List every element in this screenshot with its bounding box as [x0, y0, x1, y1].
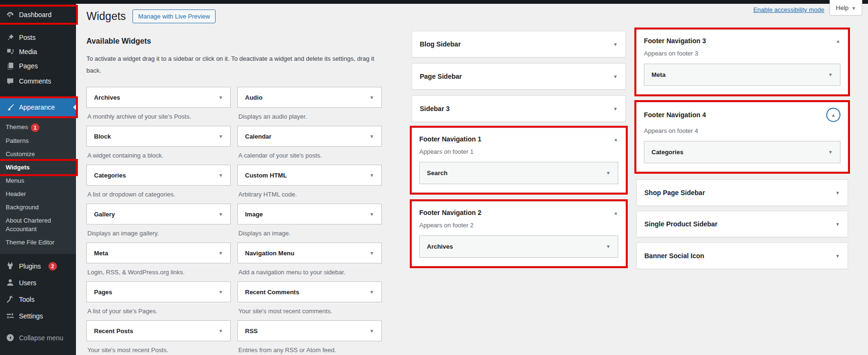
sidebar-item-media[interactable]: Media [0, 45, 76, 59]
widget-card-calendar[interactable]: Calendar▼ [237, 126, 382, 147]
comment-icon [6, 77, 14, 85]
widget-card-audio[interactable]: Audio▼ [237, 87, 382, 108]
submenu-item-menus[interactable]: Menus [0, 174, 76, 187]
chevron-up-icon[interactable]: ▲ [613, 210, 618, 215]
placed-widget-search[interactable]: Search ▼ [419, 162, 618, 184]
widget-description: Arbitrary HTML code. [238, 190, 382, 198]
chevron-down-icon[interactable]: ▼ [218, 328, 223, 334]
chevron-down-icon[interactable]: ▼ [218, 173, 223, 178]
widget-card-meta[interactable]: Meta▼ [86, 243, 231, 263]
submenu-item-patterns[interactable]: Patterns [0, 134, 76, 148]
chevron-down-icon[interactable]: ▼ [218, 251, 223, 256]
widget-description: Login, RSS, & WordPress.org links. [87, 268, 231, 276]
placed-widget-archives[interactable]: Archives ▼ [419, 235, 618, 258]
chevron-down-icon[interactable]: ▼ [835, 253, 840, 259]
widget-card-recent-posts[interactable]: Recent Posts▼ [86, 320, 231, 341]
chevron-up-icon: ▲ [831, 112, 836, 118]
sidebar-area-footer-navigation-2: Footer Navigation 2 ▲ Appears on footer … [412, 201, 626, 266]
plugins-update-badge: 2 [48, 262, 57, 271]
sidebar-item-pages[interactable]: Pages [0, 59, 76, 73]
chevron-down-icon[interactable]: ▼ [606, 244, 611, 249]
dashboard-icon [6, 10, 14, 19]
widget-card-categories[interactable]: Categories▼ [86, 165, 231, 186]
submenu-item-themes[interactable]: Themes1 [0, 121, 76, 134]
widget-description: A widget containing a block. [87, 151, 231, 159]
submenu-item-background[interactable]: Background [0, 201, 76, 214]
widget-card-pages[interactable]: Pages▼ [86, 281, 231, 302]
widget-card-navigation-menu[interactable]: Navigation Menu▼ [237, 243, 382, 263]
sidebar-item-settings[interactable]: Settings [0, 308, 76, 324]
help-tab[interactable]: Help▼ [830, 0, 862, 16]
chevron-down-icon[interactable]: ▼ [613, 74, 618, 79]
chevron-down-icon[interactable]: ▼ [835, 190, 840, 196]
manage-live-preview-button[interactable]: Manage with Live Preview [132, 9, 216, 23]
submenu-item-widgets[interactable]: Widgets [0, 161, 76, 174]
sidebar-area-page-sidebar[interactable]: Page Sidebar ▼ [412, 63, 626, 90]
widget-card-gallery[interactable]: Gallery▼ [86, 204, 231, 224]
sidebar-item-label: Pages [19, 62, 38, 70]
chevron-down-icon[interactable]: ▼ [369, 95, 374, 100]
focused-collapse-button[interactable]: ▲ [826, 108, 840, 122]
collapse-menu-button[interactable]: Collapse menu [0, 331, 76, 345]
chevron-down-icon[interactable]: ▼ [606, 170, 611, 176]
widget-card-rss[interactable]: RSS▼ [237, 320, 382, 341]
widget-card-recent-comments[interactable]: Recent Comments▼ [237, 281, 382, 302]
widget-description: Displays an audio player. [238, 112, 382, 121]
chevron-down-icon: ▼ [851, 6, 856, 11]
submenu-item-header[interactable]: Header [0, 187, 76, 201]
available-widget-cell: Pages▼ A list of your site's Pages. [86, 281, 231, 320]
chevron-up-icon[interactable]: ▲ [836, 38, 840, 44]
available-widget-cell: Custom HTML▼ Arbitrary HTML code. [237, 165, 382, 204]
sidebar-item-tools[interactable]: Tools [0, 292, 76, 307]
sidebar-item-label: Settings [19, 312, 43, 320]
widget-card-image[interactable]: Image▼ [237, 204, 382, 224]
widget-description: A list of your site's Pages. [87, 307, 231, 315]
widget-card-archives[interactable]: Archives▼ [86, 87, 231, 108]
chevron-down-icon[interactable]: ▼ [369, 251, 374, 256]
available-widgets-grid: Archives▼ A monthly archive of your site… [86, 87, 382, 355]
chevron-down-icon[interactable]: ▼ [369, 173, 374, 178]
sidebar-item-label: Dashboard [19, 11, 52, 19]
chevron-down-icon[interactable]: ▼ [218, 212, 223, 217]
submenu-item-customize[interactable]: Customize [0, 148, 76, 161]
chevron-down-icon[interactable]: ▼ [835, 222, 840, 227]
widget-card-block[interactable]: Block▼ [86, 126, 231, 147]
chevron-down-icon[interactable]: ▼ [613, 106, 618, 112]
sidebar-area-subtitle: Appears on footer 1 [419, 148, 618, 155]
sidebar-area-banner-social-icon[interactable]: Banner Social Icon ▼ [636, 243, 848, 269]
sidebar-item-appearance[interactable]: Appearance [0, 98, 76, 116]
collapse-arrow-icon [6, 334, 14, 342]
chevron-down-icon[interactable]: ▼ [218, 134, 223, 139]
placed-widget-categories[interactable]: Categories ▼ [644, 141, 840, 163]
submenu-item-theme-file-editor[interactable]: Theme File Editor [0, 236, 76, 249]
page-title: Widgets [86, 10, 126, 23]
chevron-down-icon[interactable]: ▼ [218, 95, 223, 100]
sidebar-item-comments[interactable]: Comments [0, 73, 76, 89]
widget-card-custom-html[interactable]: Custom HTML▼ [237, 165, 382, 186]
sidebar-item-plugins[interactable]: Plugins 2 [0, 259, 76, 274]
chevron-down-icon[interactable]: ▼ [828, 72, 833, 77]
submenu-item-about-theme[interactable]: About Chartered Accountant [0, 214, 71, 236]
sidebar-area-single-product-sidebar[interactable]: Single Product Sidebar ▼ [636, 211, 848, 237]
chevron-down-icon[interactable]: ▼ [218, 290, 223, 295]
media-icon [6, 47, 14, 56]
placed-widget-meta[interactable]: Meta ▼ [644, 64, 840, 86]
sidebar-item-dashboard[interactable]: Dashboard [0, 7, 76, 23]
chevron-down-icon[interactable]: ▼ [369, 212, 374, 217]
active-menu-notch [73, 104, 76, 110]
sidebar-item-posts[interactable]: Posts [0, 30, 76, 45]
chevron-up-icon[interactable]: ▲ [613, 137, 618, 142]
chevron-down-icon[interactable]: ▼ [369, 290, 374, 295]
sidebar-area-blog-sidebar[interactable]: Blog Sidebar ▼ [412, 31, 626, 57]
sidebar-area-sidebar-3[interactable]: Sidebar 3 ▼ [412, 95, 626, 122]
sidebar-area-shop-page-sidebar[interactable]: Shop Page Sidebar ▼ [636, 179, 848, 206]
chevron-down-icon[interactable]: ▼ [369, 134, 374, 139]
chevron-down-icon[interactable]: ▼ [828, 149, 833, 155]
widget-description: A monthly archive of your site's Posts. [87, 112, 231, 121]
chevron-down-icon[interactable]: ▼ [613, 42, 618, 47]
available-widget-cell: Archives▼ A monthly archive of your site… [86, 87, 231, 126]
main-content: Widgets Manage with Live Preview Enable … [76, 4, 868, 355]
enable-accessibility-link[interactable]: Enable accessibility mode [753, 6, 824, 13]
sidebar-item-users[interactable]: Users [0, 275, 76, 290]
chevron-down-icon[interactable]: ▼ [369, 328, 374, 334]
